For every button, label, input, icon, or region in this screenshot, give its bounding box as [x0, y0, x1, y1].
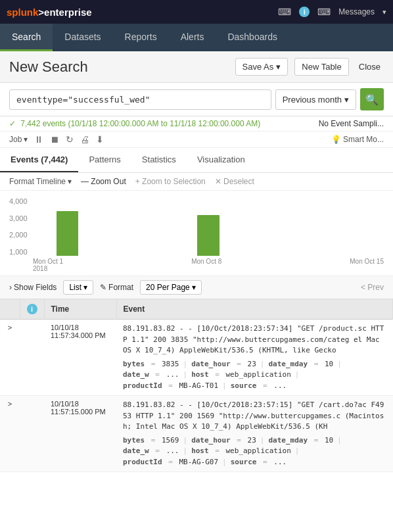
- field-value: MB-AG-G07: [179, 458, 218, 466]
- download-button[interactable]: ⬇: [96, 134, 104, 145]
- deselect-button[interactable]: ✕ Deselect: [215, 177, 254, 186]
- field-divider-1-1: |: [183, 435, 188, 447]
- zoom-selection-button[interactable]: + Zoom to Selection: [135, 177, 206, 186]
- field-sep: =: [233, 360, 246, 368]
- field-value: ...: [273, 381, 287, 390]
- field-name: date_mday: [268, 360, 308, 368]
- field-name: productId: [123, 458, 162, 466]
- field-value: 1569: [162, 436, 179, 445]
- timeline-controls: Format Timeline — Zoom Out + Zoom to Sel…: [0, 173, 393, 191]
- field-sep: =: [310, 436, 323, 445]
- splunk-logo: splunk>enterprise: [7, 7, 92, 18]
- job-button[interactable]: Job: [9, 135, 28, 144]
- nav-tab-alerts[interactable]: Alerts: [169, 24, 216, 51]
- logo-enterprise: >enterprise: [38, 7, 91, 18]
- print-button[interactable]: 🖨: [80, 134, 89, 145]
- field-value: web_application: [226, 370, 291, 379]
- bar-7: [197, 215, 220, 256]
- check-icon: ✓: [9, 119, 16, 128]
- pause-button[interactable]: ⏸: [34, 134, 43, 145]
- field-pair-1-6: source = ...: [231, 457, 287, 468]
- y-label-4000: 4,000: [9, 197, 28, 205]
- field-divider-0-1: |: [183, 359, 188, 370]
- th-event: Event: [116, 299, 393, 320]
- page-header: New Search Save As New Table Close: [0, 51, 393, 83]
- field-sep: =: [233, 436, 246, 445]
- show-fields-button[interactable]: Show Fields: [9, 283, 57, 292]
- chart-area: 4,000 3,000 2,000 1,000 Mon Oct 12018 Mo…: [0, 191, 393, 276]
- field-sep: =: [258, 381, 271, 390]
- th-time: Time: [44, 299, 116, 320]
- field-divider-0-4: |: [183, 370, 188, 381]
- row-toggle-1[interactable]: >: [0, 396, 20, 472]
- tab-visualization[interactable]: Visualization: [187, 148, 256, 172]
- field-name: bytes: [123, 436, 145, 445]
- event-fields-1: bytes = 1569 | date_hour = 23 | date_mda…: [123, 435, 386, 468]
- row-toggle-0[interactable]: >: [0, 320, 20, 396]
- th-info: i: [20, 299, 44, 320]
- top-bar-right: ⌨ i ⌨ Messages ▾: [278, 7, 386, 17]
- field-name: date_w: [123, 370, 149, 379]
- events-table: i Time Event >10/10/1811:57:34.000 PM88.…: [0, 299, 393, 472]
- row-event-1: 88.191.83.82 - - [10/Oct/2018:23:57:15] …: [116, 396, 393, 472]
- row-info-1: [20, 396, 44, 472]
- field-sep: =: [147, 360, 160, 368]
- format-timeline-button[interactable]: Format Timeline: [9, 177, 72, 186]
- format-button[interactable]: Format: [100, 283, 133, 292]
- nav-tabs: Search Datasets Reports Alerts Dashboard…: [0, 24, 393, 51]
- close-button[interactable]: Close: [356, 59, 384, 75]
- x-label-oct8: Mon Oct 8: [191, 258, 221, 272]
- field-pair-0-2: date_mday = 10: [268, 359, 333, 370]
- nav-tab-reports[interactable]: Reports: [113, 24, 169, 51]
- messages-button[interactable]: Messages: [338, 7, 375, 16]
- field-divider-1-2: |: [260, 435, 265, 447]
- field-value: 23: [248, 436, 256, 445]
- code-icon: ⌨: [278, 7, 291, 17]
- field-pair-1-4: host = web_application: [191, 446, 291, 457]
- new-table-button[interactable]: New Table: [294, 58, 348, 76]
- tab-patterns[interactable]: Patterns: [78, 148, 131, 172]
- field-pair-0-5: productId = MB-AG-T01: [123, 381, 218, 392]
- table-row: >10/10/1811:57:34.000 PM88.191.83.82 - -…: [0, 320, 393, 396]
- zoom-out-button[interactable]: — Zoom Out: [81, 177, 126, 186]
- field-name: date_hour: [191, 436, 231, 445]
- field-name: date_hour: [191, 360, 231, 368]
- per-page-button[interactable]: 20 Per Page: [140, 280, 202, 295]
- events-count: 7,442 events (10/1/18 12:00:00.000 AM to…: [20, 119, 260, 128]
- chart-y-labels: 4,000 3,000 2,000 1,000: [9, 197, 28, 256]
- search-button[interactable]: 🔍: [360, 88, 384, 110]
- results-controls: Show Fields List Format 20 Per Page < Pr…: [0, 276, 393, 299]
- table-header-row: i Time Event: [0, 299, 393, 320]
- inner-tabs: Events (7,442) Patterns Statistics Visua…: [0, 148, 393, 173]
- time-picker[interactable]: Previous month: [275, 89, 356, 110]
- chart-bars: [33, 197, 384, 256]
- nav-tab-dashboards[interactable]: Dashboards: [216, 24, 289, 51]
- info-icon[interactable]: i: [299, 7, 310, 17]
- stop-button[interactable]: ⏹: [50, 134, 59, 145]
- field-name: host: [191, 370, 209, 379]
- field-divider-1-5: |: [295, 446, 300, 457]
- refresh-button[interactable]: ↻: [66, 134, 74, 145]
- field-pair-0-3: date_w = ...: [123, 370, 179, 381]
- save-as-button[interactable]: Save As: [235, 58, 289, 76]
- field-name: source: [231, 458, 257, 466]
- page-title: New Search: [9, 59, 88, 76]
- tab-statistics[interactable]: Statistics: [131, 148, 187, 172]
- field-sep: =: [258, 458, 271, 466]
- field-pair-1-0: bytes = 1569: [123, 435, 179, 447]
- smart-mode-label: 💡 Smart Mo...: [331, 135, 384, 144]
- list-button[interactable]: List: [63, 280, 93, 295]
- nav-tab-search[interactable]: Search: [0, 24, 53, 51]
- prev-button[interactable]: < Prev: [361, 283, 384, 292]
- search-input[interactable]: [9, 89, 271, 110]
- field-pair-0-4: host = web_application: [191, 370, 291, 381]
- search-bar: Previous month 🔍: [0, 83, 393, 116]
- field-sep: =: [151, 370, 164, 379]
- th-toggle: [0, 299, 20, 320]
- field-divider-0-5: |: [295, 370, 300, 381]
- nav-tab-datasets[interactable]: Datasets: [53, 24, 112, 51]
- bar-1: [57, 211, 79, 256]
- tab-events[interactable]: Events (7,442): [0, 148, 78, 172]
- field-divider-0-2: |: [260, 359, 265, 370]
- search-icon: 🔍: [365, 93, 379, 106]
